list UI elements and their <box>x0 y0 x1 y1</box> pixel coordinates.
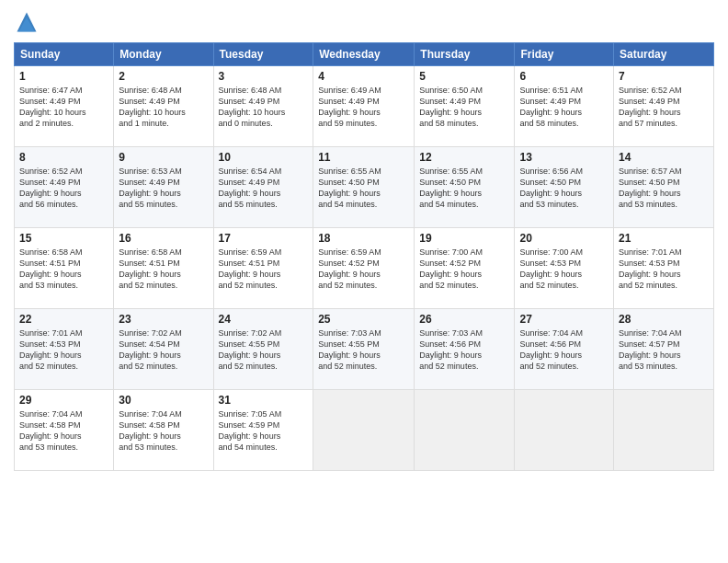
day-info: Sunrise: 6:48 AM Sunset: 4:49 PM Dayligh… <box>119 85 208 130</box>
week-row-3: 15Sunrise: 6:58 AM Sunset: 4:51 PM Dayli… <box>15 228 714 309</box>
weekday-header-monday: Monday <box>114 43 213 66</box>
day-number: 30 <box>119 394 208 407</box>
day-info: Sunrise: 7:03 AM Sunset: 4:55 PM Dayligh… <box>318 327 409 373</box>
day-number: 17 <box>219 232 309 245</box>
day-info: Sunrise: 6:53 AM Sunset: 4:49 PM Dayligh… <box>119 166 208 211</box>
day-number: 29 <box>19 394 108 407</box>
day-number: 20 <box>519 232 609 245</box>
logo-icon <box>14 9 40 35</box>
calendar-cell: 1Sunrise: 6:47 AM Sunset: 4:49 PM Daylig… <box>15 66 114 147</box>
day-number: 22 <box>19 313 108 326</box>
calendar-cell <box>313 390 415 471</box>
calendar-cell: 22Sunrise: 7:01 AM Sunset: 4:53 PM Dayli… <box>15 309 114 390</box>
logo <box>14 9 43 35</box>
week-row-2: 8Sunrise: 6:52 AM Sunset: 4:49 PM Daylig… <box>15 147 714 228</box>
day-number: 8 <box>19 151 108 164</box>
day-number: 11 <box>318 151 409 164</box>
calendar-cell: 14Sunrise: 6:57 AM Sunset: 4:50 PM Dayli… <box>614 147 714 228</box>
header <box>14 9 714 35</box>
calendar-cell: 12Sunrise: 6:55 AM Sunset: 4:50 PM Dayli… <box>415 147 515 228</box>
day-number: 27 <box>519 313 609 326</box>
week-row-5: 29Sunrise: 7:04 AM Sunset: 4:58 PM Dayli… <box>15 390 714 471</box>
week-row-4: 22Sunrise: 7:01 AM Sunset: 4:53 PM Dayli… <box>15 309 714 390</box>
weekday-header-saturday: Saturday <box>614 43 714 66</box>
calendar-cell: 24Sunrise: 7:02 AM Sunset: 4:55 PM Dayli… <box>213 309 313 390</box>
day-info: Sunrise: 6:50 AM Sunset: 4:49 PM Dayligh… <box>419 85 509 130</box>
day-info: Sunrise: 7:01 AM Sunset: 4:53 PM Dayligh… <box>619 247 709 292</box>
day-info: Sunrise: 6:56 AM Sunset: 4:50 PM Dayligh… <box>519 166 609 211</box>
day-number: 13 <box>519 151 609 164</box>
day-number: 14 <box>619 151 709 164</box>
day-number: 16 <box>119 232 208 245</box>
calendar-cell: 3Sunrise: 6:48 AM Sunset: 4:49 PM Daylig… <box>213 66 313 147</box>
day-number: 26 <box>419 313 509 326</box>
day-info: Sunrise: 7:00 AM Sunset: 4:53 PM Dayligh… <box>519 247 609 292</box>
week-row-1: 1Sunrise: 6:47 AM Sunset: 4:49 PM Daylig… <box>15 66 714 147</box>
calendar-cell: 4Sunrise: 6:49 AM Sunset: 4:49 PM Daylig… <box>313 66 415 147</box>
day-info: Sunrise: 7:04 AM Sunset: 4:58 PM Dayligh… <box>19 408 108 454</box>
day-info: Sunrise: 7:03 AM Sunset: 4:56 PM Dayligh… <box>419 327 509 373</box>
day-number: 24 <box>219 313 309 326</box>
day-number: 5 <box>419 70 509 83</box>
page: SundayMondayTuesdayWednesdayThursdayFrid… <box>0 0 728 563</box>
day-info: Sunrise: 6:58 AM Sunset: 4:51 PM Dayligh… <box>19 247 108 292</box>
day-info: Sunrise: 6:59 AM Sunset: 4:52 PM Dayligh… <box>318 247 409 292</box>
day-number: 25 <box>318 313 409 326</box>
day-info: Sunrise: 6:54 AM Sunset: 4:49 PM Dayligh… <box>219 166 309 211</box>
day-info: Sunrise: 7:04 AM Sunset: 4:56 PM Dayligh… <box>519 327 609 373</box>
calendar-cell: 10Sunrise: 6:54 AM Sunset: 4:49 PM Dayli… <box>213 147 313 228</box>
day-info: Sunrise: 6:55 AM Sunset: 4:50 PM Dayligh… <box>318 166 409 211</box>
day-number: 15 <box>19 232 108 245</box>
calendar-cell: 26Sunrise: 7:03 AM Sunset: 4:56 PM Dayli… <box>415 309 515 390</box>
calendar-cell: 31Sunrise: 7:05 AM Sunset: 4:59 PM Dayli… <box>213 390 313 471</box>
weekday-header-wednesday: Wednesday <box>313 43 415 66</box>
calendar-cell: 27Sunrise: 7:04 AM Sunset: 4:56 PM Dayli… <box>515 309 614 390</box>
day-number: 1 <box>19 70 108 83</box>
day-number: 23 <box>119 313 208 326</box>
calendar-cell: 19Sunrise: 7:00 AM Sunset: 4:52 PM Dayli… <box>415 228 515 309</box>
calendar-cell: 11Sunrise: 6:55 AM Sunset: 4:50 PM Dayli… <box>313 147 415 228</box>
weekday-header-tuesday: Tuesday <box>213 43 313 66</box>
day-number: 9 <box>119 151 208 164</box>
calendar-cell: 15Sunrise: 6:58 AM Sunset: 4:51 PM Dayli… <box>15 228 114 309</box>
day-info: Sunrise: 6:55 AM Sunset: 4:50 PM Dayligh… <box>419 166 509 211</box>
day-info: Sunrise: 6:52 AM Sunset: 4:49 PM Dayligh… <box>19 166 108 211</box>
day-info: Sunrise: 6:59 AM Sunset: 4:51 PM Dayligh… <box>219 247 309 292</box>
calendar-cell: 5Sunrise: 6:50 AM Sunset: 4:49 PM Daylig… <box>415 66 515 147</box>
day-info: Sunrise: 6:48 AM Sunset: 4:49 PM Dayligh… <box>219 85 309 130</box>
calendar-cell: 18Sunrise: 6:59 AM Sunset: 4:52 PM Dayli… <box>313 228 415 309</box>
day-info: Sunrise: 6:51 AM Sunset: 4:49 PM Dayligh… <box>519 85 609 130</box>
calendar-cell: 2Sunrise: 6:48 AM Sunset: 4:49 PM Daylig… <box>114 66 213 147</box>
weekday-header-thursday: Thursday <box>415 43 515 66</box>
day-info: Sunrise: 7:00 AM Sunset: 4:52 PM Dayligh… <box>419 247 509 292</box>
day-info: Sunrise: 7:02 AM Sunset: 4:54 PM Dayligh… <box>119 327 208 373</box>
calendar-cell: 17Sunrise: 6:59 AM Sunset: 4:51 PM Dayli… <box>213 228 313 309</box>
calendar-cell: 13Sunrise: 6:56 AM Sunset: 4:50 PM Dayli… <box>515 147 614 228</box>
day-number: 3 <box>219 70 309 83</box>
calendar-cell: 16Sunrise: 6:58 AM Sunset: 4:51 PM Dayli… <box>114 228 213 309</box>
calendar-cell: 7Sunrise: 6:52 AM Sunset: 4:49 PM Daylig… <box>614 66 714 147</box>
calendar-cell: 30Sunrise: 7:04 AM Sunset: 4:58 PM Dayli… <box>114 390 213 471</box>
day-info: Sunrise: 7:04 AM Sunset: 4:57 PM Dayligh… <box>619 327 709 373</box>
calendar-cell: 6Sunrise: 6:51 AM Sunset: 4:49 PM Daylig… <box>515 66 614 147</box>
calendar-cell: 23Sunrise: 7:02 AM Sunset: 4:54 PM Dayli… <box>114 309 213 390</box>
day-info: Sunrise: 6:52 AM Sunset: 4:49 PM Dayligh… <box>619 85 709 130</box>
day-number: 28 <box>619 313 709 326</box>
day-number: 4 <box>318 70 409 83</box>
day-number: 10 <box>219 151 309 164</box>
day-number: 12 <box>419 151 509 164</box>
day-number: 6 <box>519 70 609 83</box>
calendar-cell: 28Sunrise: 7:04 AM Sunset: 4:57 PM Dayli… <box>614 309 714 390</box>
day-info: Sunrise: 7:01 AM Sunset: 4:53 PM Dayligh… <box>19 327 108 373</box>
day-info: Sunrise: 7:04 AM Sunset: 4:58 PM Dayligh… <box>119 408 208 454</box>
day-number: 7 <box>619 70 709 83</box>
weekday-header-sunday: Sunday <box>15 43 114 66</box>
calendar-cell <box>415 390 515 471</box>
calendar-cell <box>614 390 714 471</box>
day-info: Sunrise: 6:58 AM Sunset: 4:51 PM Dayligh… <box>119 247 208 292</box>
day-number: 18 <box>318 232 409 245</box>
calendar-cell: 20Sunrise: 7:00 AM Sunset: 4:53 PM Dayli… <box>515 228 614 309</box>
day-number: 31 <box>219 394 309 407</box>
calendar-cell: 9Sunrise: 6:53 AM Sunset: 4:49 PM Daylig… <box>114 147 213 228</box>
day-number: 2 <box>119 70 208 83</box>
